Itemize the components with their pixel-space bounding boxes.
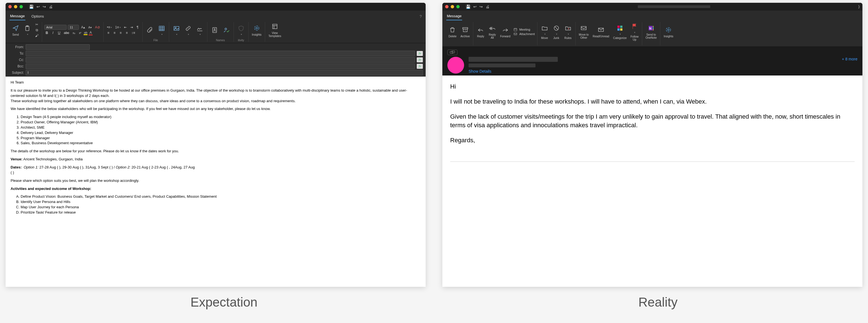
to-addressbook-button[interactable] xyxy=(417,51,423,56)
highlight-button[interactable]: ab xyxy=(84,31,88,35)
print-icon[interactable]: 🖨 xyxy=(486,4,490,9)
address-book-icon xyxy=(211,26,219,34)
indent-button[interactable]: ⇥ xyxy=(129,25,134,30)
view-templates-button[interactable]: View Templates xyxy=(267,22,282,38)
underline-button[interactable]: U xyxy=(57,30,62,35)
check-names-icon xyxy=(222,26,230,34)
subject-field[interactable] xyxy=(26,70,423,75)
grow-font-icon[interactable]: A▴ xyxy=(80,25,86,30)
outdent-button[interactable]: ⇤ xyxy=(123,25,128,30)
insert-table-button[interactable]: ▾ xyxy=(157,24,167,36)
save-icon[interactable]: 💾 xyxy=(29,4,34,9)
close-dot[interactable] xyxy=(8,5,12,8)
insights-button[interactable]: Insights xyxy=(662,25,674,38)
cc-field[interactable] xyxy=(26,57,415,63)
align-center-button[interactable]: ≡ xyxy=(112,30,117,35)
redo-icon[interactable]: ↪ xyxy=(43,4,46,9)
zoom-dot[interactable] xyxy=(456,5,460,8)
print-icon[interactable]: 🖨 xyxy=(49,4,53,9)
delete-button[interactable]: Delete xyxy=(447,25,458,38)
check-names-button[interactable] xyxy=(221,26,231,35)
more-recipients-link[interactable]: + 8 more xyxy=(842,57,858,61)
bold-button[interactable]: B xyxy=(44,30,49,35)
tab-message[interactable]: Message xyxy=(9,12,25,20)
bcc-addressbook-button[interactable] xyxy=(417,64,423,69)
cut-icon[interactable]: ✂ xyxy=(34,22,39,27)
rules-button[interactable]: ▾ Rules xyxy=(563,24,573,40)
zoom-dot[interactable] xyxy=(20,5,23,8)
junk-button[interactable]: ▾ Junk xyxy=(551,24,561,40)
insights-button[interactable]: Insights xyxy=(251,24,262,37)
svg-rect-21 xyxy=(620,26,622,28)
picture-icon xyxy=(173,25,180,32)
svg-rect-5 xyxy=(213,28,217,33)
compose-body[interactable]: Hi Team It is our pleasure to invite you… xyxy=(6,77,426,287)
to-field[interactable] xyxy=(26,51,415,56)
numbering-button[interactable]: 1≡▾ xyxy=(114,25,122,30)
send-button[interactable]: Send xyxy=(10,24,21,37)
font-color-button[interactable]: A xyxy=(89,31,93,35)
mail-header: Show Details + 8 more xyxy=(442,47,862,75)
align-right-button[interactable]: ≡ xyxy=(118,30,123,35)
move-button[interactable]: ▾ Move xyxy=(540,24,550,40)
strike-button[interactable]: abc xyxy=(63,30,70,35)
font-name-select[interactable]: Arial xyxy=(44,25,67,30)
align-left-button[interactable]: ≡ xyxy=(106,30,111,35)
superscript-button[interactable]: x² xyxy=(78,31,83,35)
italic-button[interactable]: I xyxy=(51,30,56,35)
help-icon[interactable]: ? xyxy=(420,14,422,19)
categorize-button[interactable]: ▾ Categorize xyxy=(612,24,628,40)
minimize-dot[interactable] xyxy=(14,5,17,8)
archive-button[interactable]: Archive xyxy=(459,25,471,38)
from-field[interactable] xyxy=(26,44,90,50)
dates-line: Dates: Option 1: 27-28 Aug ( ), 29-30 Au… xyxy=(10,165,421,175)
close-dot[interactable] xyxy=(445,5,448,8)
show-details-link[interactable]: Show Details xyxy=(469,69,837,73)
attachment-button[interactable]: Attachment xyxy=(513,32,535,36)
thread-chip[interactable] xyxy=(447,49,457,55)
copy-icon[interactable]: ⧉ xyxy=(34,28,39,33)
font-size-select[interactable]: 11 xyxy=(68,25,79,30)
send-to-onenote-button[interactable]: N Send to OneNote xyxy=(645,24,658,40)
pictures-button[interactable]: ▾ xyxy=(172,24,182,36)
undo-icon[interactable]: ↩ xyxy=(36,4,40,9)
tab-message[interactable]: Message xyxy=(446,12,462,20)
undo-icon[interactable]: ↩ xyxy=(473,4,477,9)
bcc-field[interactable] xyxy=(26,64,415,69)
cc-addressbook-button[interactable] xyxy=(417,57,423,62)
sensitivity-button[interactable]: ▾ xyxy=(236,24,246,36)
paste-button[interactable]: ▾ xyxy=(22,24,32,36)
signature-button[interactable]: ▾ xyxy=(195,24,205,36)
redo-icon[interactable]: ↪ xyxy=(479,4,483,9)
format-painter-icon[interactable]: 🖌 xyxy=(34,33,39,38)
reply-all-button[interactable]: Reply All xyxy=(487,24,497,40)
save-icon[interactable]: 💾 xyxy=(466,4,470,9)
templates-icon xyxy=(271,23,279,30)
forward-button[interactable]: Forward xyxy=(499,25,512,38)
attach-file-button[interactable] xyxy=(145,26,155,35)
pilcrow-button[interactable]: ¶ xyxy=(135,25,140,30)
meeting-button[interactable]: Meeting xyxy=(513,28,530,32)
bullets-button[interactable]: •≡▾ xyxy=(106,25,113,30)
onenote-icon: N xyxy=(647,24,655,32)
tab-options[interactable]: Options xyxy=(31,12,44,20)
clear-format-icon[interactable]: A⊘ xyxy=(94,25,101,30)
chevron-icon[interactable]: ⟩ xyxy=(858,4,860,9)
read-unread-button[interactable]: Read/Unread xyxy=(591,25,610,38)
link-button[interactable]: ▾ xyxy=(183,24,193,36)
svg-text:N: N xyxy=(649,27,651,30)
svg-point-29 xyxy=(666,28,671,32)
subscript-button[interactable]: x₂ xyxy=(71,31,76,35)
minimize-dot[interactable] xyxy=(451,5,454,8)
clipboard-icon xyxy=(23,25,31,32)
reply-button[interactable]: Reply xyxy=(475,25,486,38)
table-icon xyxy=(158,25,165,32)
line-spacing-button[interactable]: ↕≡ xyxy=(130,30,136,35)
move-to-other-button[interactable]: Move to Other xyxy=(578,24,590,40)
follow-up-button[interactable]: ▾ Follow Up xyxy=(629,22,640,42)
justify-button[interactable]: ≡ xyxy=(124,30,129,35)
address-book-button[interactable] xyxy=(210,26,220,35)
shrink-font-icon[interactable]: A▾ xyxy=(87,25,93,30)
svg-point-30 xyxy=(668,29,669,31)
svg-rect-15 xyxy=(514,28,517,31)
